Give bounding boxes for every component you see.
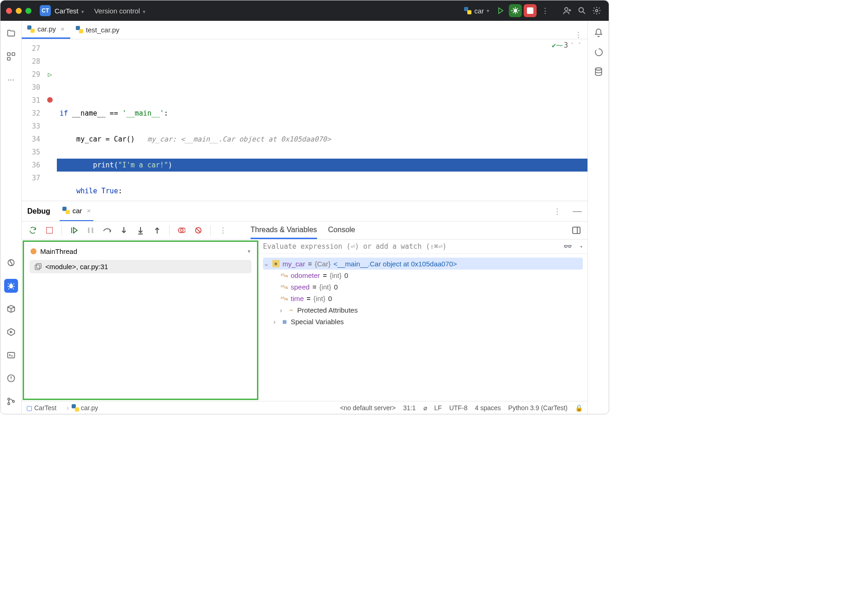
stack-frame[interactable]: <module>, car.py:31 bbox=[30, 260, 251, 273]
project-badge: CT bbox=[40, 5, 51, 16]
right-toolwindow-bar bbox=[587, 21, 609, 414]
pause-icon[interactable] bbox=[86, 226, 95, 235]
resume-icon[interactable] bbox=[69, 226, 79, 235]
code-content[interactable]: if __name__ == '__main__': my_car = Car(… bbox=[57, 39, 587, 201]
python-icon bbox=[72, 404, 79, 412]
variable-row[interactable]: ¹⁰₀₁ time = {int} 0 bbox=[263, 293, 583, 304]
project-tool-icon[interactable] bbox=[4, 26, 18, 40]
variable-row[interactable]: ¹⁰₀₁ odometer = {int} 0 bbox=[263, 270, 583, 281]
status-indent[interactable]: 4 spaces bbox=[475, 404, 501, 412]
tab-threads-variables[interactable]: Threads & Variables bbox=[251, 222, 317, 239]
chevron-down-icon: ▾ bbox=[487, 8, 489, 14]
git-tool-icon[interactable] bbox=[4, 394, 18, 408]
problems-tool-icon[interactable] bbox=[4, 371, 18, 385]
tab-console[interactable]: Console bbox=[328, 222, 355, 239]
tab-actions-icon[interactable]: ⋮ bbox=[569, 31, 587, 39]
database-icon[interactable] bbox=[594, 67, 603, 76]
svg-rect-7 bbox=[7, 57, 10, 60]
step-into-my-icon[interactable] bbox=[136, 226, 145, 235]
run-config-selector[interactable]: car▾ bbox=[464, 7, 489, 15]
key-icon: ⊸ bbox=[287, 307, 294, 314]
variable-group[interactable]: › ▦ Special Variables bbox=[263, 316, 583, 327]
status-interpreter[interactable]: Python 3.9 (CarTest) bbox=[508, 404, 568, 412]
packages-tool-icon[interactable] bbox=[4, 302, 18, 316]
vcs-menu[interactable]: Version control▾ bbox=[94, 7, 146, 15]
project-name[interactable]: CarTest▾ bbox=[55, 7, 84, 15]
variables-pane: Evaluate expression (⏎) or add a watch (… bbox=[258, 240, 587, 401]
settings-icon[interactable] bbox=[590, 4, 603, 17]
debug-options-icon[interactable]: ⋮ bbox=[548, 207, 566, 215]
close-window-icon[interactable] bbox=[6, 8, 12, 14]
view-breakpoints-icon[interactable] bbox=[177, 226, 186, 235]
tab-test-car-py[interactable]: test_car.py bbox=[70, 20, 125, 39]
close-icon[interactable]: × bbox=[87, 207, 91, 215]
hide-panel-icon[interactable]: — bbox=[573, 206, 582, 216]
status-encoding[interactable]: UTF-8 bbox=[449, 404, 468, 412]
svg-rect-19 bbox=[35, 265, 40, 270]
breadcrumb[interactable]: car.py bbox=[81, 404, 98, 412]
status-readonly-icon[interactable]: ⌀ bbox=[423, 404, 427, 412]
step-into-icon[interactable] bbox=[119, 226, 128, 235]
tab-car-py[interactable]: car.py× bbox=[22, 20, 70, 39]
more-tools-icon[interactable]: ⋯ bbox=[4, 73, 18, 86]
more-actions-icon[interactable]: ⋮ bbox=[538, 4, 551, 17]
debug-tool-icon[interactable] bbox=[4, 279, 18, 293]
debug-button[interactable] bbox=[509, 4, 522, 17]
thread-selector[interactable]: MainThread ▾ bbox=[27, 245, 254, 258]
status-server[interactable]: <no default server> bbox=[340, 404, 396, 412]
debug-title: Debug bbox=[27, 207, 50, 215]
code-editor[interactable]: 2728293031323334353637 ▷ if __name__ == … bbox=[22, 39, 587, 201]
variable-row[interactable]: ¹⁰₀₁ speed = {int} 0 bbox=[263, 281, 583, 293]
left-toolwindow-bar: ⋯ bbox=[0, 21, 22, 414]
stop-debug-icon[interactable] bbox=[45, 226, 54, 235]
variable-row[interactable]: ⌄ ≡ my_car = {Car} <__main__.Car object … bbox=[263, 258, 583, 270]
inspection-widget[interactable]: ✔⁓3 ˄ ˅ bbox=[552, 41, 583, 49]
status-caret-pos[interactable]: 31:1 bbox=[403, 404, 416, 412]
status-linesep[interactable]: LF bbox=[434, 404, 442, 412]
python-icon bbox=[27, 25, 35, 33]
zoom-window-icon[interactable] bbox=[25, 8, 31, 14]
python-console-icon[interactable] bbox=[4, 256, 18, 270]
svg-rect-6 bbox=[12, 53, 15, 55]
variable-group[interactable]: › ⊸ Protected Attributes bbox=[263, 304, 583, 316]
step-over-icon[interactable] bbox=[103, 226, 112, 235]
glasses-icon[interactable]: 👓 bbox=[563, 242, 572, 251]
mute-breakpoints-icon[interactable] bbox=[194, 226, 203, 235]
variable-tree[interactable]: ⌄ ≡ my_car = {Car} <__main__.Car object … bbox=[258, 254, 587, 331]
run-button[interactable] bbox=[494, 4, 507, 17]
lock-icon[interactable]: 🔒 bbox=[575, 404, 583, 412]
run-gutter-icon[interactable]: ▷ bbox=[43, 68, 57, 81]
svg-point-12 bbox=[7, 403, 9, 405]
rerun-debug-icon[interactable] bbox=[28, 226, 37, 235]
ai-assistant-icon[interactable] bbox=[594, 48, 603, 57]
chevron-down-icon[interactable]: ˅ bbox=[576, 42, 583, 49]
gutter-glyphs: ▷ bbox=[43, 39, 57, 201]
svg-point-3 bbox=[579, 7, 583, 12]
window-controls bbox=[6, 8, 31, 14]
chevron-down-icon: ▾ bbox=[81, 9, 84, 14]
svg-rect-20 bbox=[37, 264, 41, 268]
structure-tool-icon[interactable] bbox=[4, 49, 18, 63]
services-tool-icon[interactable] bbox=[4, 325, 18, 339]
search-icon[interactable] bbox=[575, 4, 588, 17]
code-with-me-icon[interactable] bbox=[561, 4, 574, 17]
debug-session-tab[interactable]: car× bbox=[60, 201, 94, 222]
int-icon: ¹⁰₀₁ bbox=[281, 283, 288, 291]
breadcrumb[interactable]: CarTest bbox=[34, 404, 56, 412]
layout-icon[interactable] bbox=[572, 226, 581, 235]
breakpoint-icon[interactable] bbox=[43, 94, 57, 107]
stop-button[interactable] bbox=[524, 4, 537, 17]
svg-point-4 bbox=[596, 10, 598, 12]
step-out-icon[interactable] bbox=[153, 226, 162, 235]
svg-point-21 bbox=[595, 68, 601, 70]
minimize-window-icon[interactable] bbox=[16, 8, 22, 14]
terminal-tool-icon[interactable] bbox=[4, 348, 18, 362]
evaluate-expression-input[interactable]: Evaluate expression (⏎) or add a watch (… bbox=[258, 240, 587, 254]
close-icon[interactable]: × bbox=[61, 25, 65, 33]
svg-rect-9 bbox=[7, 352, 14, 358]
chevron-up-icon[interactable]: ˄ bbox=[569, 42, 575, 49]
more-debug-icon[interactable]: ⋮ bbox=[218, 226, 227, 235]
notifications-icon[interactable] bbox=[594, 28, 603, 37]
thread-status-icon bbox=[31, 248, 37, 254]
chevron-down-icon[interactable]: ▾ bbox=[580, 244, 583, 250]
